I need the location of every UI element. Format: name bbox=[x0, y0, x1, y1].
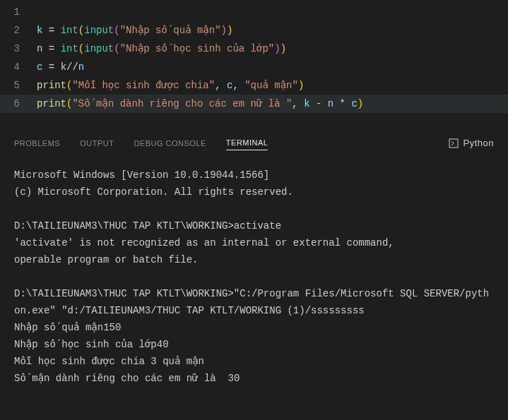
line-number: 6 bbox=[0, 95, 37, 113]
terminal-line: Microsoft Windows [Version 10.0.19044.15… bbox=[14, 167, 494, 184]
terminal-line: Nhập số quả mận150 bbox=[14, 319, 494, 336]
terminal-line: D:\TAILIEUNAM3\THUC TAP KTLT\WORKING>act… bbox=[14, 217, 494, 234]
launch-profile-icon bbox=[448, 138, 459, 149]
line-number: 4 bbox=[0, 58, 37, 76]
line-number: 3 bbox=[0, 40, 37, 58]
terminal-line: Mỗi học sinh được chia 3 quả mận bbox=[14, 353, 494, 370]
code-line[interactable]: 3n = int(input("Nhập số học sinh của lớp… bbox=[0, 40, 508, 58]
terminal-line bbox=[14, 200, 494, 217]
code-content[interactable]: n = int(input("Nhập số học sinh của lớp"… bbox=[37, 40, 286, 58]
terminal-line: operable program or batch file. bbox=[14, 251, 494, 268]
line-number: 1 bbox=[0, 3, 37, 21]
tab-debug-console[interactable]: DEBUG CONSOLE bbox=[134, 136, 206, 150]
code-line[interactable]: 4c = k//n bbox=[0, 58, 508, 76]
panel-tabs: PROBLEMS OUTPUT DEBUG CONSOLE TERMINAL P… bbox=[0, 130, 508, 154]
tab-problems[interactable]: PROBLEMS bbox=[14, 136, 60, 150]
terminal-line bbox=[14, 268, 494, 285]
terminal-line: (c) Microsoft Corporation. All rights re… bbox=[14, 184, 494, 200]
tab-output[interactable]: OUTPUT bbox=[80, 136, 114, 150]
terminal-line: Nhập số học sinh của lớp40 bbox=[14, 336, 494, 353]
tab-terminal[interactable]: TERMINAL bbox=[226, 136, 268, 150]
terminal-selector-label: Python bbox=[463, 138, 494, 148]
terminal-line: Số mận dành riêng cho các em nữ là 30 bbox=[14, 370, 494, 387]
terminal-line: D:\TAILIEUNAM3\THUC TAP KTLT\WORKING>"C:… bbox=[14, 285, 494, 319]
code-content[interactable]: c = k//n bbox=[37, 58, 84, 76]
terminal-selector[interactable]: Python bbox=[448, 138, 494, 149]
code-line[interactable]: 2k = int(input("Nhập số quả mận")) bbox=[0, 21, 508, 40]
terminal-line: 'activate' is not recognized as an inter… bbox=[14, 234, 494, 251]
terminal-output[interactable]: Microsoft Windows [Version 10.0.19044.15… bbox=[0, 154, 508, 400]
code-content[interactable]: print("Mỗi học sinh được chia", c, "quả … bbox=[37, 76, 304, 95]
line-number: 2 bbox=[0, 21, 37, 40]
code-editor[interactable]: 12k = int(input("Nhập số quả mận"))3n = … bbox=[0, 0, 508, 116]
code-content[interactable]: k = int(input("Nhập số quả mận")) bbox=[37, 21, 232, 40]
code-line[interactable]: 6print("Số mận dành riêng cho các em nữ … bbox=[0, 95, 508, 113]
code-content[interactable]: print("Số mận dành riêng cho các em nữ l… bbox=[37, 95, 363, 113]
line-number: 5 bbox=[0, 76, 37, 95]
code-line[interactable]: 5print("Mỗi học sinh được chia", c, "quả… bbox=[0, 76, 508, 95]
code-line[interactable]: 1 bbox=[0, 3, 508, 21]
